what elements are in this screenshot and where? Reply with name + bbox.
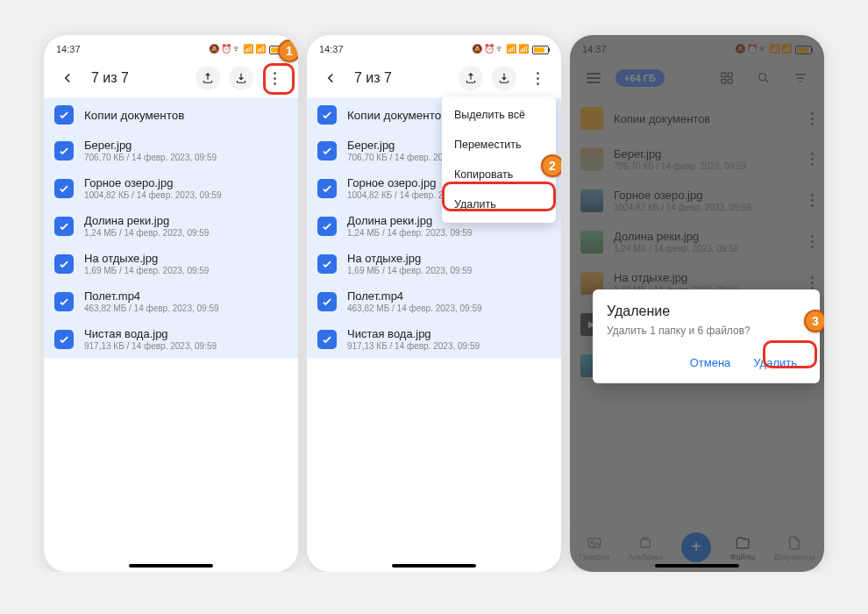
selection-checkbox[interactable] — [54, 217, 74, 236]
overflow-menu-button[interactable] — [523, 63, 552, 93]
selection-checkbox[interactable] — [317, 105, 337, 125]
home-indicator — [129, 564, 213, 568]
selection-checkbox[interactable] — [317, 254, 337, 274]
status-time: 14:37 — [56, 44, 81, 54]
item-name: Полет.mp4 — [347, 289, 547, 303]
delete-dialog: Удаление Удалить 1 папку и 6 файлов? Отм… — [593, 289, 820, 383]
dialog-message: Удалить 1 папку и 6 файлов? — [607, 325, 806, 337]
selection-checkbox[interactable] — [54, 179, 74, 198]
list-item[interactable]: Берег.jpg706,70 КБ / 14 февр. 2023, 09:5… — [44, 132, 298, 169]
list-item[interactable]: Чистая вода.jpg917,13 КБ / 14 февр. 2023… — [307, 320, 561, 358]
selection-checkbox[interactable] — [54, 330, 74, 349]
home-indicator — [392, 564, 476, 568]
file-list: Копии документов Берег.jpg706,70 КБ / 14… — [44, 98, 298, 572]
selection-checkbox[interactable] — [54, 292, 74, 311]
selection-checkbox[interactable] — [317, 179, 337, 198]
status-icons: 🔕 ⏰ ᯤ 📶 📶 — [209, 44, 286, 54]
home-indicator — [655, 564, 739, 568]
item-meta: 917,13 КБ / 14 февр. 2023, 09:59 — [347, 341, 547, 351]
callout-badge-3: 3 — [804, 310, 824, 332]
download-button[interactable] — [489, 63, 519, 93]
item-meta: 917,13 КБ / 14 февр. 2023, 09:59 — [84, 341, 284, 351]
item-meta: 706,70 КБ / 14 февр. 2023, 09:59 — [84, 153, 284, 162]
menu-move[interactable]: Переместить — [442, 130, 556, 160]
download-button[interactable] — [226, 63, 256, 93]
list-item[interactable]: На отдыхе.jpg1,69 МБ / 14 февр. 2023, 09… — [44, 245, 298, 282]
status-time: 14:37 — [319, 44, 344, 54]
share-button[interactable] — [193, 63, 223, 93]
item-name: Чистая вода.jpg — [347, 327, 547, 340]
selection-checkbox[interactable] — [317, 141, 337, 161]
item-meta: 1,69 МБ / 14 февр. 2023, 09:59 — [84, 266, 284, 275]
selection-checkbox[interactable] — [317, 330, 337, 349]
phone-screenshot-2: 14:37 🔕 ⏰ ᯤ 📶 📶 7 из 7 Копии документов … — [307, 35, 561, 572]
overflow-menu: Выделить всё Переместить Копировать Удал… — [442, 96, 556, 223]
selection-count: 7 из 7 — [86, 70, 189, 86]
item-name: Полет.mp4 — [84, 289, 284, 303]
item-meta: 463,82 МБ / 14 февр. 2023, 09:59 — [347, 303, 547, 313]
selection-checkbox[interactable] — [54, 105, 74, 125]
list-item[interactable]: Горное озеро.jpg1004,82 КБ / 14 февр. 20… — [44, 169, 298, 207]
selection-checkbox[interactable] — [54, 141, 74, 161]
share-button[interactable] — [456, 63, 486, 93]
list-item[interactable]: Долина реки.jpg1,24 МБ / 14 февр. 2023, … — [44, 207, 298, 245]
item-meta: 463,82 МБ / 14 февр. 2023, 09:59 — [84, 303, 284, 313]
callout-badge-1: 1 — [278, 39, 298, 62]
dialog-title: Удаление — [607, 303, 806, 319]
phone-screenshot-1: 14:37 🔕 ⏰ ᯤ 📶 📶 7 из 7 Копии документов … — [44, 35, 298, 572]
status-bar: 14:37 🔕 ⏰ ᯤ 📶 📶 — [307, 35, 561, 58]
item-name: Чистая вода.jpg — [84, 327, 284, 340]
back-button[interactable] — [316, 63, 345, 93]
selection-app-bar: 7 из 7 — [307, 58, 561, 98]
item-name: Горное озеро.jpg — [84, 176, 284, 189]
back-button[interactable] — [53, 63, 82, 93]
dialog-cancel-button[interactable]: Отмена — [681, 351, 740, 375]
selection-checkbox[interactable] — [54, 254, 74, 274]
selection-checkbox[interactable] — [317, 292, 337, 311]
menu-copy[interactable]: Копировать — [442, 160, 556, 189]
list-item[interactable]: На отдыхе.jpg1,69 МБ / 14 февр. 2023, 09… — [307, 245, 561, 282]
selection-count: 7 из 7 — [349, 70, 452, 86]
list-item[interactable]: Полет.mp4463,82 МБ / 14 февр. 2023, 09:5… — [307, 282, 561, 320]
list-item[interactable]: Полет.mp4463,82 МБ / 14 февр. 2023, 09:5… — [44, 282, 298, 320]
item-name: Долина реки.jpg — [84, 214, 284, 227]
item-name: Берег.jpg — [84, 139, 284, 152]
selection-app-bar: 7 из 7 — [44, 58, 298, 98]
status-icons: 🔕 ⏰ ᯤ 📶 📶 — [472, 44, 549, 54]
list-item[interactable]: Чистая вода.jpg917,13 КБ / 14 февр. 2023… — [44, 320, 298, 358]
callout-badge-2: 2 — [541, 154, 561, 177]
item-name: Копии документов — [84, 109, 284, 122]
item-meta: 1,24 МБ / 14 февр. 2023, 09:59 — [347, 228, 547, 238]
menu-select-all[interactable]: Выделить всё — [442, 100, 556, 130]
item-meta: 1,24 МБ / 14 февр. 2023, 09:59 — [84, 228, 284, 238]
list-item[interactable]: Копии документов — [44, 98, 298, 132]
item-meta: 1,69 МБ / 14 февр. 2023, 09:59 — [347, 266, 547, 275]
selection-checkbox[interactable] — [317, 217, 337, 236]
menu-delete[interactable]: Удалить — [442, 189, 556, 219]
status-bar: 14:37 🔕 ⏰ ᯤ 📶 📶 — [44, 35, 298, 58]
item-name: На отдыхе.jpg — [347, 252, 547, 265]
dialog-confirm-button[interactable]: Удалить — [744, 351, 806, 375]
phone-screenshot-3: 14:37 🔕 ⏰ ᯤ 📶 📶 +64 ГБ Копии документов … — [570, 35, 824, 572]
overflow-menu-button[interactable] — [260, 63, 289, 93]
item-name: На отдыхе.jpg — [84, 252, 284, 265]
item-meta: 1004,82 КБ / 14 февр. 2023, 09:59 — [84, 190, 284, 200]
